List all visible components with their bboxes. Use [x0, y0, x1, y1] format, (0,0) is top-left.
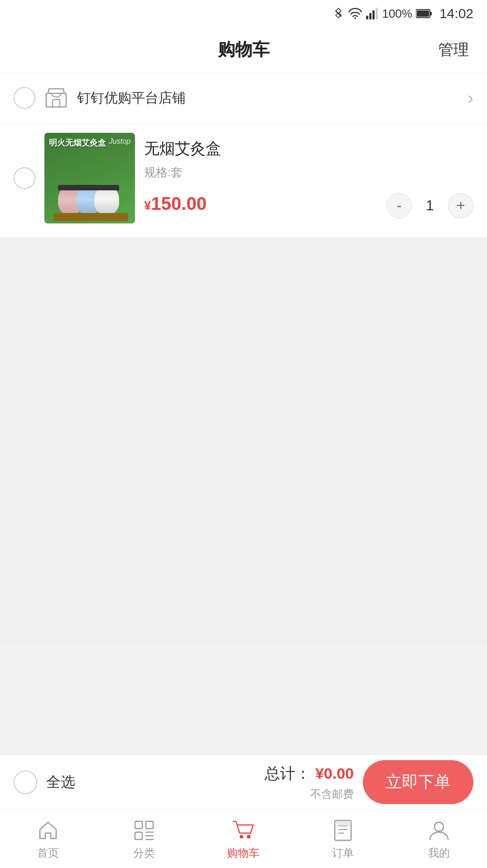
- total-amount: 总计： ¥0.00: [265, 763, 354, 784]
- product-row: 明火无烟艾灸盒 Justop 无烟艾灸盒 规格:套 ¥150.00: [0, 124, 487, 237]
- canister-white: [94, 185, 119, 214]
- store-row: 钉钉优购平台店铺 ›: [0, 73, 487, 124]
- category-icon: [131, 818, 157, 843]
- cart-content: 钉钉优购平台店铺 › 明火无烟艾灸盒 Justop: [0, 73, 487, 237]
- header: 购物车 管理: [0, 27, 487, 73]
- store-checkbox[interactable]: [14, 87, 35, 109]
- store-arrow-icon[interactable]: ›: [468, 88, 473, 108]
- product-image[interactable]: 明火无烟艾灸盒 Justop: [44, 133, 135, 223]
- svg-point-24: [434, 822, 444, 831]
- svg-point-17: [240, 835, 243, 839]
- amount-value: ¥0.00: [315, 765, 354, 782]
- svg-rect-9: [53, 100, 60, 107]
- tab-category[interactable]: 分类: [131, 818, 157, 860]
- increment-button[interactable]: +: [448, 193, 473, 218]
- tab-bar: 首页 分类 购物车: [0, 809, 487, 868]
- svg-rect-7: [417, 10, 429, 17]
- svg-rect-12: [146, 821, 153, 829]
- signal-icon: [366, 7, 378, 20]
- battery-percent: 100%: [382, 7, 412, 21]
- tab-order[interactable]: 订单: [330, 818, 356, 860]
- tab-order-label: 订单: [332, 846, 354, 860]
- empty-area: [0, 237, 487, 645]
- no-postage-label: 不含邮费: [310, 787, 354, 801]
- tab-category-label: 分类: [133, 846, 155, 860]
- profile-icon: [426, 818, 452, 843]
- svg-rect-6: [430, 12, 432, 15]
- svg-rect-1: [366, 16, 369, 19]
- status-icons: 100% 14:02: [332, 6, 473, 21]
- product-spec: 规格:套: [144, 165, 473, 180]
- quantity-control: - 1 +: [386, 193, 473, 218]
- product-name: 无烟艾灸盒: [144, 138, 473, 159]
- total-section: 总计： ¥0.00 不含邮费: [265, 763, 354, 801]
- store-icon: [44, 86, 68, 110]
- battery-icon: [416, 9, 432, 19]
- svg-rect-2: [370, 13, 372, 19]
- tab-cart[interactable]: 购物车: [227, 818, 260, 860]
- tab-home-label: 首页: [37, 846, 59, 860]
- home-icon: [35, 818, 61, 843]
- page-title: 购物车: [218, 38, 270, 61]
- order-icon: [330, 818, 356, 843]
- svg-rect-4: [376, 8, 378, 19]
- product-price: ¥150.00: [144, 194, 207, 214]
- select-all-checkbox[interactable]: [14, 771, 37, 794]
- tab-home[interactable]: 首页: [35, 818, 61, 860]
- svg-rect-3: [373, 10, 375, 19]
- checkout-button[interactable]: 立即下单: [363, 760, 473, 804]
- cart-icon: [231, 818, 256, 843]
- tab-cart-label: 购物车: [227, 846, 260, 860]
- price-value: 150.00: [151, 194, 207, 213]
- decrement-button[interactable]: -: [386, 193, 412, 218]
- quantity-value: 1: [421, 197, 439, 214]
- svg-point-18: [247, 835, 251, 839]
- manage-button[interactable]: 管理: [438, 39, 469, 60]
- select-all-label: 全选: [46, 772, 75, 792]
- clock: 14:02: [439, 6, 473, 21]
- tab-profile[interactable]: 我的: [426, 818, 452, 860]
- tab-profile-label: 我的: [428, 846, 450, 860]
- svg-rect-13: [135, 832, 142, 839]
- svg-rect-23: [335, 820, 351, 826]
- bottom-bar: 全选 总计： ¥0.00 不含邮费 立即下单: [0, 755, 487, 809]
- wifi-icon: [348, 7, 362, 20]
- svg-point-0: [355, 17, 357, 19]
- product-checkbox[interactable]: [14, 167, 35, 189]
- svg-rect-11: [135, 821, 142, 829]
- product-image-logo: Justop: [109, 137, 130, 145]
- product-info: 无烟艾灸盒 规格:套 ¥150.00 - 1 +: [144, 138, 473, 218]
- store-name: 钉钉优购平台店铺: [77, 89, 458, 107]
- currency-symbol: ¥: [144, 199, 151, 213]
- bluetooth-mute-icon: [332, 7, 345, 20]
- total-label: 总计：: [265, 765, 311, 782]
- product-image-text: 明火无烟艾灸盒: [49, 137, 106, 149]
- status-bar: 100% 14:02: [0, 0, 487, 27]
- canister-base: [53, 213, 128, 221]
